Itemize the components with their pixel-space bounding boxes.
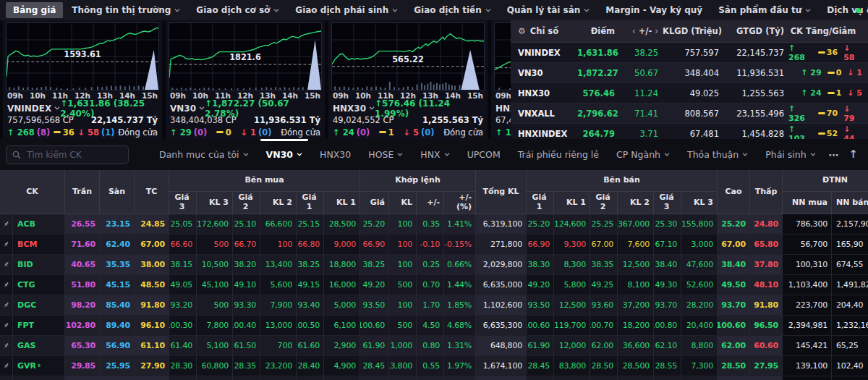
- index-row-VNXALL[interactable]: VNXALL2,796.6271.41808.56723,155.496↑ 32…: [511, 104, 868, 124]
- bid-price-3: 93.20: [169, 295, 197, 315]
- chart-canvas: 565.22: [332, 23, 484, 90]
- tab-upcom[interactable]: UPCOM: [459, 139, 509, 170]
- gear-icon[interactable]: ⚙: [518, 26, 526, 36]
- pin-icon[interactable]: [0, 376, 13, 380]
- chart-symbol-selector[interactable]: HNXI: [495, 104, 511, 114]
- match-change: 0.80: [417, 336, 444, 355]
- down-arrow-icon: ↓ 1: [240, 127, 256, 138]
- chart-symbol-selector[interactable]: HNX30: [333, 104, 375, 114]
- upload-icon[interactable]: ↑: [849, 149, 859, 160]
- pin-icon[interactable]: [0, 214, 13, 234]
- match-price: 66.90: [360, 235, 389, 254]
- match-price: 28.45: [360, 356, 389, 376]
- pin-icon[interactable]: [0, 275, 13, 295]
- menu-item-7[interactable]: Margin - Vay ký quỹ: [598, 2, 710, 18]
- pin-icon[interactable]: [0, 336, 13, 355]
- table-row-GAS[interactable]: GAS65.3056.9061.1061.405,10061.5070061.6…: [0, 336, 868, 356]
- table-row-BCM[interactable]: BCM71.6062.4067.0066.6050066.7010066.809…: [0, 235, 868, 255]
- stock-code: GVRº: [13, 356, 65, 376]
- menu-item-4[interactable]: Giao dịch phái sinh: [288, 2, 405, 18]
- tab-th-a-thu-n[interactable]: Thỏa thuận: [678, 139, 757, 170]
- table-row-BID[interactable]: BID40.6535.3538.0038.1510,50038.2013,400…: [0, 255, 868, 275]
- chart-symbol-selector[interactable]: VN30: [170, 104, 205, 114]
- index-row-VNINDEX[interactable]: VNINDEX1,631.8638.25757.59722,145.737↑ 2…: [511, 43, 868, 63]
- menu-item-5[interactable]: Giao dịch tiền: [407, 2, 498, 18]
- bid-vol-1: 28,500: [324, 214, 360, 234]
- tab-ph-i-sinh[interactable]: Phái sinh: [757, 139, 824, 170]
- ask-price-1: 38.30: [527, 255, 554, 274]
- ask-price-2: 49.25: [590, 275, 618, 295]
- bid-vol-3: 60,800: [197, 356, 233, 376]
- decliners-count: ↓ 5: [847, 88, 862, 98]
- table-row-DGC[interactable]: DGC98.2085.4091.8093.2050093.307,90093.4…: [0, 295, 868, 316]
- pin-icon[interactable]: [0, 356, 13, 376]
- bid-vol-1: 2,900: [324, 336, 360, 355]
- index-row-VN30[interactable]: VN301,872.2750.67348.40411,936.531↑ 290↓…: [511, 63, 868, 83]
- index-row-HNX30[interactable]: HNX30576.4611.2449.0251,255.563↑ 241↓ 5: [511, 83, 868, 104]
- ask-vol-3: 52,600: [681, 275, 718, 295]
- session-status: Đóng cửa: [443, 127, 483, 138]
- search-input[interactable]: [25, 149, 122, 161]
- chevron-down-icon: [810, 153, 816, 156]
- up-arrow-icon: ↑: [205, 98, 212, 109]
- menu-item-2[interactable]: Thông tin thị trường: [64, 2, 187, 18]
- bid-vol-3: 910,000: [197, 376, 233, 380]
- bid-price-1: 28.40: [297, 356, 324, 376]
- advancers-ceiling-count: (0): [194, 127, 208, 138]
- pin-icon[interactable]: [0, 235, 13, 254]
- ask-price-1: 25.20: [527, 214, 554, 234]
- match-change-pct: 1.35%: [444, 376, 476, 380]
- table-row-GVR[interactable]: GVRº29.8525.9527.9028.3060,80028.3523,20…: [0, 356, 868, 376]
- chart-info-row-3: ↑ 268(8)36↓ 58(1)Đóng cửa: [6, 126, 159, 138]
- pin-icon[interactable]: [0, 255, 13, 274]
- ceiling-price: 29.85: [65, 356, 100, 376]
- reference-price: 48.50: [135, 275, 169, 295]
- tab-danh-m-c-c-a-t-i[interactable]: Danh mục của tôi: [150, 139, 258, 170]
- index-name: HNX30: [511, 88, 577, 98]
- bid-vol-2: 7,900: [260, 295, 297, 315]
- index-gtgd: 1,454.828: [723, 129, 788, 139]
- menu-item-6[interactable]: Quản lý tài sản: [500, 2, 597, 18]
- bid-vol-2: 700: [260, 336, 297, 355]
- tab-hose[interactable]: HOSE: [359, 139, 412, 170]
- tab-tr-i-phi-u-ri-ng-l-[interactable]: Trái phiếu riêng lẻ: [509, 139, 608, 170]
- foreign-buy-volume: 223,700: [783, 295, 832, 315]
- menu-item-3[interactable]: Giao dịch cơ sở: [189, 2, 286, 18]
- group-foreign: ĐTNN: [783, 170, 868, 192]
- chart-plot: [494, 22, 511, 90]
- tab-hnx[interactable]: HNX: [412, 139, 458, 170]
- total-volume: 1,674,100: [476, 356, 527, 376]
- col-bid-vol1: KL 1: [324, 192, 360, 214]
- search-box[interactable]: [6, 145, 129, 164]
- index-header-klgd: KLGD (Triệu): [663, 26, 723, 36]
- pin-icon[interactable]: [0, 295, 13, 315]
- ask-price-1: 100.60: [527, 316, 554, 335]
- unchanged-number: 70: [827, 109, 838, 118]
- more-tabs-icon[interactable]: ⋯: [829, 150, 839, 160]
- tab-vn30[interactable]: VN30: [258, 139, 312, 170]
- ceiling-price: 98.20: [65, 295, 100, 315]
- x-axis-label: 09h: [495, 91, 511, 102]
- ask-price-2: 25.25: [590, 214, 618, 234]
- table-row-FPT[interactable]: FPT102.8089.4096.10100.307,800100.4013,0…: [0, 316, 868, 336]
- unchanged-count: 1: [379, 127, 394, 138]
- index-header-change[interactable]: ‹ +/- ›: [619, 26, 663, 36]
- ask-vol-2: 92,100: [618, 376, 654, 380]
- chart-symbol-selector[interactable]: VNINDEX: [7, 104, 60, 114]
- floor-price: 25.95: [100, 356, 135, 376]
- reference-price: 96.10: [135, 316, 169, 335]
- low-price: 96.50: [750, 316, 783, 335]
- menu-item-1[interactable]: Bảng giá: [6, 2, 63, 18]
- ask-price-2: 100.70: [590, 316, 618, 335]
- table-row-ACB[interactable]: ACB26.5523.1524.8525.05172,60025.1066,60…: [0, 214, 868, 235]
- pin-icon[interactable]: [0, 316, 13, 335]
- unchanged-number: 0: [226, 127, 231, 138]
- ask-vol-2: 18,200: [618, 316, 654, 335]
- table-row-CTG[interactable]: CTG51.8045.1548.5049.0545,10049.105,6004…: [0, 275, 868, 295]
- col-match-price: Giá: [360, 192, 389, 214]
- menu-item-8[interactable]: Sản phẩm đầu tư: [711, 2, 818, 18]
- table-row-HDB[interactable]: HDB31.6527.5529.6029.85910,00029.90100,2…: [0, 376, 868, 380]
- tab-cp-ng-nh[interactable]: CP Ngành: [608, 139, 678, 170]
- tab-hnx30[interactable]: HNX30: [311, 139, 359, 170]
- match-change-pct: 1.44%: [444, 275, 476, 295]
